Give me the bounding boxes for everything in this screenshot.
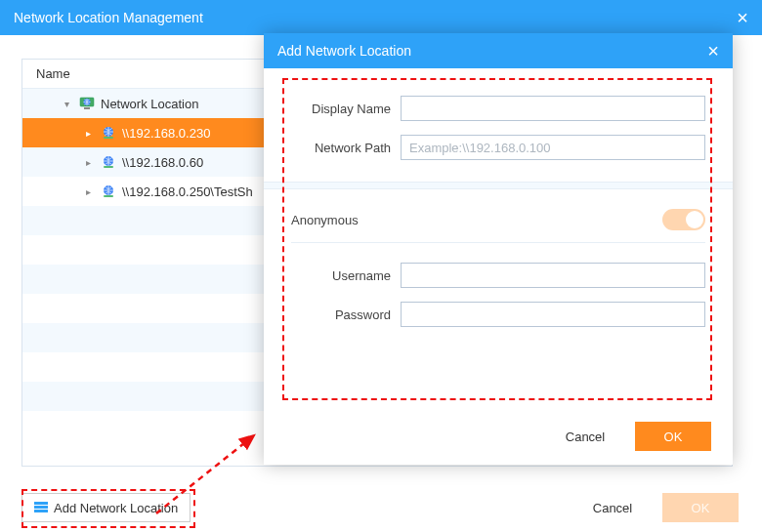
chevron-right-icon[interactable]: ▸	[81, 186, 95, 197]
cancel-button[interactable]: Cancel	[547, 422, 623, 451]
cancel-button[interactable]: Cancel	[574, 493, 651, 522]
ok-button[interactable]: OK	[662, 493, 739, 522]
toggle-knob	[686, 211, 703, 228]
tree-node-label: \\192.168.0.250\TestSh	[122, 184, 253, 199]
main-title: Network Location Management	[14, 10, 203, 25]
main-footer-buttons: Cancel OK	[574, 493, 739, 522]
display-name-label: Display Name	[291, 102, 401, 116]
add-network-location-button[interactable]: Add Network Location	[21, 493, 190, 522]
password-input[interactable]	[401, 302, 705, 327]
ok-button[interactable]: OK	[635, 422, 711, 451]
password-label: Password	[291, 307, 401, 322]
anonymous-label: Anonymous	[291, 213, 359, 227]
main-titlebar: Network Location Management ×	[0, 0, 762, 35]
network-path-input[interactable]	[401, 135, 705, 160]
list-icon	[34, 502, 48, 513]
username-input[interactable]	[401, 263, 705, 288]
username-label: Username	[291, 268, 401, 283]
svg-rect-6	[104, 166, 113, 168]
section-divider	[264, 182, 733, 189]
modal-titlebar: Add Network Location ×	[264, 33, 733, 68]
svg-rect-1	[84, 107, 90, 109]
close-icon[interactable]: ×	[737, 7, 748, 29]
add-network-location-dialog: Add Network Location × Display Name Netw…	[264, 33, 733, 465]
chevron-down-icon[interactable]: ▾	[60, 99, 73, 109]
globe-icon	[101, 125, 116, 141]
globe-icon	[101, 184, 116, 199]
network-location-icon	[79, 96, 95, 111]
chevron-right-icon[interactable]: ▸	[81, 128, 95, 139]
tree-node-label: \\192.168.0.230	[122, 126, 210, 141]
modal-title: Add Network Location	[277, 43, 411, 59]
display-name-input[interactable]	[401, 96, 705, 121]
close-icon[interactable]: ×	[707, 40, 719, 62]
svg-rect-4	[104, 137, 113, 139]
svg-rect-8	[104, 195, 113, 197]
tree-root-label: Network Location	[101, 97, 198, 111]
network-path-label: Network Path	[291, 141, 401, 155]
add-network-location-label: Add Network Location	[54, 501, 178, 515]
tree-node-label: \\192.168.0.60	[122, 155, 203, 170]
globe-icon	[101, 154, 116, 170]
anonymous-toggle[interactable]	[662, 209, 705, 230]
modal-footer: Cancel OK	[547, 422, 711, 451]
chevron-right-icon[interactable]: ▸	[81, 157, 95, 168]
